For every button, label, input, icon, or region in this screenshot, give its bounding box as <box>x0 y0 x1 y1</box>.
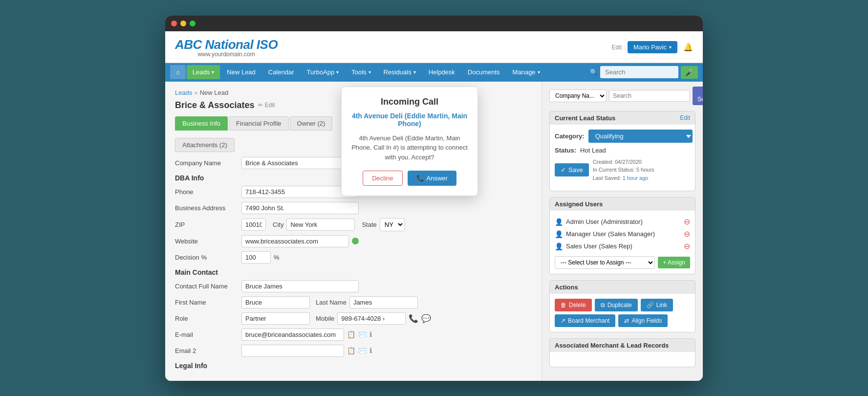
lead-status-title: Current Lead Status <box>555 114 615 122</box>
email-label: E-mail <box>175 331 239 338</box>
user-name-2: Sales User (Sales Rep) <box>566 242 681 250</box>
city-label: City <box>273 221 283 228</box>
state-label: State <box>362 221 376 228</box>
breadcrumb-parent[interactable]: Leads <box>175 89 192 96</box>
remove-user-0-button[interactable]: ⊖ <box>684 217 690 226</box>
answer-label: Answer <box>427 175 448 182</box>
role-input[interactable] <box>241 312 310 325</box>
link-label: Link <box>656 302 667 308</box>
breadcrumb-separator: » <box>194 89 197 96</box>
rp-search-category-select[interactable]: Company Na... <box>549 89 607 102</box>
lead-status-header: Current Lead Status Edit <box>550 111 695 125</box>
duplicate-button[interactable]: ⧉ Duplicate <box>595 299 638 311</box>
rp-search-input[interactable] <box>609 90 690 102</box>
logo-text: ABC National ISO <box>175 37 278 52</box>
business-address-input[interactable] <box>241 202 359 214</box>
nav-item-new-lead[interactable]: New Lead <box>221 65 261 79</box>
delete-icon: 🗑 <box>561 302 566 308</box>
nav-item-manage[interactable]: Manage ▾ <box>507 65 546 79</box>
nav-search-input[interactable] <box>600 66 678 78</box>
remove-user-2-button[interactable]: ⊖ <box>684 242 690 251</box>
tab-business-info[interactable]: Business Info <box>175 116 228 131</box>
nav-leads-label: Leads <box>193 68 210 76</box>
user-name-1: Manager User (Sales Manager) <box>566 230 681 238</box>
zip-input[interactable] <box>241 219 266 231</box>
assign-row: --- Select User to Assign --- + Assign <box>555 256 690 269</box>
maximize-dot[interactable] <box>190 21 195 26</box>
delete-button[interactable]: 🗑 Delete <box>555 299 592 311</box>
mobile-call-icon[interactable]: 📞 <box>409 314 418 323</box>
save-button[interactable]: ✓ Save <box>555 163 589 176</box>
email2-info-icon[interactable]: ℹ <box>369 347 372 354</box>
user-menu[interactable]: Mario Pavic ▾ <box>628 41 677 53</box>
page-edit-icon[interactable]: ✏ Edit <box>258 102 275 109</box>
email-row: E-mail 📋 ✉️ ℹ <box>175 329 532 341</box>
website-input[interactable] <box>241 235 349 247</box>
link-button[interactable]: 🔗 Link <box>641 299 673 311</box>
first-name-input[interactable] <box>241 296 310 308</box>
board-merchant-button[interactable]: ↗ Board Merchant <box>555 314 615 327</box>
email-input[interactable] <box>241 329 344 341</box>
email-info-icon[interactable]: ℹ <box>369 330 372 338</box>
last-saved-link[interactable]: 1 hour ago <box>623 175 649 181</box>
nav-item-residuals[interactable]: Residuals ▾ <box>378 65 422 79</box>
contact-fullname-input[interactable] <box>241 280 359 292</box>
email-action-2-icon[interactable]: ✉️ <box>358 330 367 338</box>
status-value: Hot Lead <box>580 147 606 154</box>
email2-input[interactable] <box>241 345 344 357</box>
user-name-0: Admin User (Administrator) <box>566 218 681 225</box>
nav-item-tools[interactable]: Tools ▾ <box>346 65 376 79</box>
assign-user-select[interactable]: --- Select User to Assign --- <box>555 256 655 269</box>
nav-item-documents[interactable]: Documents <box>462 65 506 79</box>
rp-search-row: Company Na... 🔍 Search <box>549 87 695 105</box>
notification-bell-icon[interactable]: 🔔 <box>683 43 693 52</box>
nav-item-calendar[interactable]: Calendar <box>262 65 300 79</box>
save-check-icon: ✓ <box>561 166 566 174</box>
close-dot[interactable] <box>171 21 177 26</box>
board-merchant-label: Board Merchant <box>568 317 609 324</box>
nav-item-helpdesk[interactable]: Helpdesk <box>423 65 461 79</box>
email2-action-1-icon[interactable]: 📋 <box>347 347 355 354</box>
main-contact-heading: Main Contact <box>175 268 532 276</box>
mobile-sms-icon[interactable]: 💬 <box>421 314 431 323</box>
nav-home[interactable]: ⌂ <box>170 65 186 79</box>
minimize-dot[interactable] <box>180 21 186 26</box>
state-select[interactable]: NYCATXFL <box>380 218 405 231</box>
nav-item-leads[interactable]: Leads ▾ <box>187 65 220 79</box>
company-name-label: Company Name <box>175 159 239 167</box>
category-select[interactable]: Qualifying <box>588 130 693 143</box>
nav-search-area: 🔍 🎤 <box>590 66 698 79</box>
email2-action-2-icon[interactable]: ✉️ <box>358 347 367 354</box>
assign-button[interactable]: + Assign <box>658 257 690 268</box>
nav-mic-button[interactable]: 🎤 <box>681 66 698 79</box>
mobile-input[interactable] <box>337 312 406 325</box>
rp-search-button[interactable]: 🔍 Search <box>693 87 703 105</box>
last-name-input[interactable] <box>349 296 418 308</box>
nav-manage-caret-icon: ▾ <box>538 69 540 75</box>
browser-titlebar <box>165 16 703 31</box>
breadcrumb-current: New Lead <box>200 89 229 96</box>
tab-attachments[interactable]: Attachments (2) <box>175 138 235 152</box>
link-icon: 🔗 <box>647 302 654 308</box>
assigned-users-section: Assigned Users 👤 Admin User (Administrat… <box>549 197 695 274</box>
user-caret-icon: ▾ <box>669 44 672 50</box>
tab-financial-profile[interactable]: Financial Profile <box>229 116 289 131</box>
email2-row: Email 2 📋 ✉️ ℹ <box>175 345 532 357</box>
align-fields-button[interactable]: ⇄ Align Fields <box>618 314 668 327</box>
website-label: Website <box>175 238 239 245</box>
logo: ABC National ISO www.yourdomain.com <box>175 37 278 58</box>
header-edit-link[interactable]: Edit <box>611 44 622 51</box>
remove-user-1-button[interactable]: ⊖ <box>684 229 690 239</box>
answer-button[interactable]: 📞 Answer <box>408 171 456 186</box>
lead-status-edit[interactable]: Edit <box>680 114 690 121</box>
modal-caller-link[interactable]: 4th Avenue Deli (Eddie Martin, Main Phon… <box>351 112 468 128</box>
tab-owner[interactable]: Owner (2) <box>290 116 333 131</box>
nav-item-turboapp[interactable]: TurboApp ▾ <box>301 65 345 79</box>
decline-button[interactable]: Decline <box>363 171 402 186</box>
city-input[interactable] <box>286 219 355 231</box>
decision-input[interactable] <box>241 251 271 264</box>
category-label: Category: <box>555 132 585 140</box>
nav-documents-label: Documents <box>468 68 500 76</box>
actions-header: Actions <box>550 281 695 294</box>
email-action-1-icon[interactable]: 📋 <box>347 330 355 338</box>
